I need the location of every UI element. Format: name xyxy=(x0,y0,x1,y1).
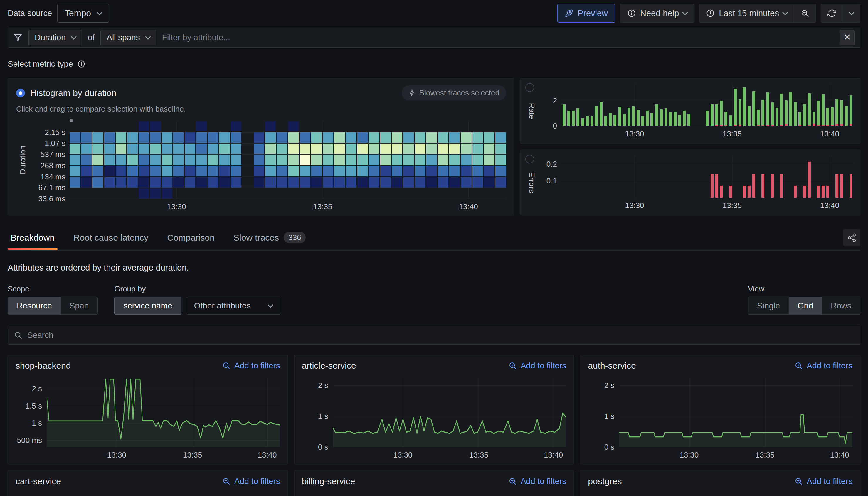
bar-slot xyxy=(645,84,650,126)
filter-attribute-input[interactable] xyxy=(162,33,834,42)
add-to-filters-button[interactable]: Add to filters xyxy=(794,477,852,486)
zoom-out-button[interactable] xyxy=(794,4,816,22)
bar-slot xyxy=(627,84,631,126)
x-axis-tick: 13:30 xyxy=(394,450,413,460)
rate-radio-unselected[interactable] xyxy=(525,83,534,92)
heatmap-cell xyxy=(173,188,184,199)
histogram-panel: Histogram by duration Slowest traces sel… xyxy=(7,78,515,215)
data-source-picker[interactable]: Tempo xyxy=(57,4,109,22)
heatmap-cell xyxy=(461,121,471,131)
errors-chart[interactable]: 0.20.113:3013:3513:40 xyxy=(541,156,853,212)
service-duration-chart[interactable]: 2 s1.5 s1 s500 ms13:3013:3513:40 xyxy=(16,378,280,461)
heatmap-cell xyxy=(346,166,356,176)
error-bar xyxy=(835,174,838,198)
other-attributes-dropdown[interactable]: Other attributes xyxy=(186,297,280,315)
heatmap-plot[interactable] xyxy=(70,121,506,199)
heatmap-cell xyxy=(277,166,287,176)
heatmap-cell xyxy=(357,133,368,143)
line-plot xyxy=(619,378,852,447)
share-button[interactable] xyxy=(843,229,861,246)
bar-slot xyxy=(751,156,756,198)
filter-field-selector[interactable]: Duration xyxy=(29,30,82,45)
rate-bar xyxy=(665,108,668,126)
heatmap-cell xyxy=(173,133,184,143)
time-range-picker[interactable]: Last 15 minutes xyxy=(699,4,794,22)
heatmap-cell xyxy=(426,177,437,188)
heatmap-cell xyxy=(357,188,368,199)
duration-heatmap[interactable]: Duration 2.15 s1.07 s537 ms268 ms134 ms6… xyxy=(16,121,506,212)
refresh-interval-dropdown[interactable] xyxy=(843,4,860,22)
search-input[interactable] xyxy=(27,330,854,340)
bar-plot xyxy=(562,84,853,126)
card-header: article-service Add to filters xyxy=(302,361,566,371)
rate-bar xyxy=(576,108,579,126)
add-to-filters-button[interactable]: Add to filters xyxy=(222,477,280,486)
duration-line-series xyxy=(619,378,852,447)
x-axis-tick: 13:35 xyxy=(183,450,202,460)
heatmap-cell xyxy=(92,143,103,154)
service-duration-chart[interactable]: 2 s1 s0 s13:3013:3513:40 xyxy=(302,378,566,461)
histogram-radio-selected[interactable] xyxy=(16,89,25,97)
view-group: View Single Grid Rows xyxy=(748,284,861,315)
view-option-grid[interactable]: Grid xyxy=(789,297,822,314)
bar-slot xyxy=(747,156,751,198)
bar-slot xyxy=(728,84,733,126)
bar-slot xyxy=(802,156,807,198)
heatmap-cell xyxy=(346,133,356,143)
heatmap-cell xyxy=(116,155,126,165)
heatmap-cell xyxy=(185,121,195,131)
tab-slow-traces[interactable]: Slow traces 336 xyxy=(230,228,309,250)
tab-bar: Breakdown Root cause latency Comparison … xyxy=(7,228,861,251)
scope-option-resource[interactable]: Resource xyxy=(8,297,61,314)
x-axis: 13:3013:3513:40 xyxy=(619,447,852,461)
heatmap-cell xyxy=(104,143,115,154)
bar-slot xyxy=(571,84,576,126)
add-to-filters-button[interactable]: Add to filters xyxy=(222,361,280,370)
service-name: billing-service xyxy=(302,476,355,486)
heatmap-cell xyxy=(369,133,379,143)
add-to-filters-button[interactable]: Add to filters xyxy=(794,361,852,370)
view-option-rows[interactable]: Rows xyxy=(822,297,860,314)
bar-slot xyxy=(770,156,775,198)
need-help-button[interactable]: Need help xyxy=(620,4,695,22)
bar-slot xyxy=(719,84,724,126)
rate-bar xyxy=(822,94,824,125)
heatmap-cell xyxy=(449,177,460,188)
heatmap-cell xyxy=(288,166,299,176)
heatmap-row xyxy=(70,155,506,165)
bar-slot xyxy=(631,84,636,126)
tab-root-cause-latency[interactable]: Root cause latency xyxy=(71,229,151,250)
clear-filter-button[interactable] xyxy=(839,30,855,45)
tab-breakdown[interactable]: Breakdown xyxy=(7,229,58,250)
rate-chart[interactable]: 2013:3013:3513:40 xyxy=(541,84,853,141)
add-to-filters-button[interactable]: Add to filters xyxy=(508,477,566,486)
group-by-service-name-button[interactable]: service.name xyxy=(114,297,181,315)
heatmap-cell xyxy=(162,155,172,165)
heatmap-grid xyxy=(70,121,506,199)
magnifier-plus-icon xyxy=(794,477,803,486)
info-icon[interactable] xyxy=(77,60,86,68)
view-option-single[interactable]: Single xyxy=(748,297,789,314)
lightning-icon xyxy=(408,89,416,97)
x-axis-tick: 13:35 xyxy=(722,129,742,139)
scope-option-span[interactable]: Span xyxy=(61,297,97,314)
heatmap-cell xyxy=(334,177,345,188)
filter-span-selector[interactable]: All spans xyxy=(101,30,156,45)
heatmap-cell xyxy=(334,143,345,154)
heatmap-cell xyxy=(231,143,241,154)
error-bar xyxy=(826,186,829,198)
heatmap-cell xyxy=(277,143,287,154)
y-axis-tick: 268 ms xyxy=(41,161,65,170)
bar-slot xyxy=(737,156,742,198)
preview-button[interactable]: Preview xyxy=(557,4,615,22)
bar-slot xyxy=(612,84,617,126)
tab-comparison[interactable]: Comparison xyxy=(164,229,217,250)
errors-axis-title: Errors xyxy=(527,172,536,193)
heatmap-cell xyxy=(231,188,241,199)
errors-radio-unselected[interactable] xyxy=(525,155,534,164)
top-toolbar: Data source Tempo Preview xyxy=(0,0,868,27)
refresh-button[interactable] xyxy=(821,4,843,22)
add-to-filters-button[interactable]: Add to filters xyxy=(508,361,566,370)
heatmap-cell xyxy=(334,133,345,143)
service-duration-chart[interactable]: 2 s1 s0 s13:3013:3513:40 xyxy=(588,378,852,461)
